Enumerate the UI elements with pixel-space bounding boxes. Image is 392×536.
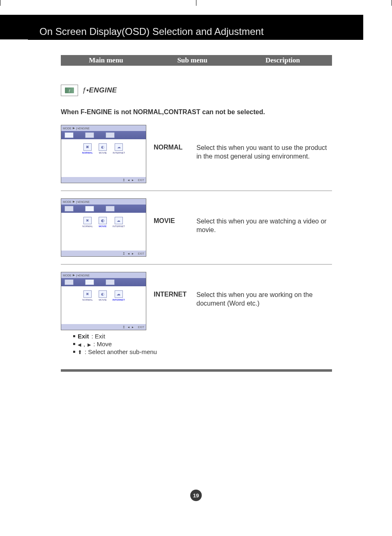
mode-desc-internet: Select this when you are working on the …: [196, 291, 332, 308]
mode-section-movie: MODE ▶ ƒ•ENGINE ✖NORMAL ◐MOVIE ☁INTERNET…: [61, 198, 332, 257]
page-title-row: On Screen Display(OSD) Selection and Adj…: [28, 23, 363, 40]
osd-opt-normal: ✖NORMAL: [82, 290, 93, 320]
left-icon: ◂: [128, 252, 129, 255]
page-number: 19: [193, 492, 199, 499]
osd-breadcrumb: MODE ▶ ƒ•ENGINE: [61, 272, 146, 278]
osd-opt-movie: ◐MOVIE: [99, 290, 107, 320]
table-header: Main menu Sub menu Description: [61, 55, 332, 66]
right-icon: ▸: [132, 178, 134, 182]
chevron-right-icon: ▶: [73, 274, 75, 277]
mode-desc-movie: Select this when you are watching a vide…: [196, 217, 332, 235]
section-divider: [61, 191, 332, 191]
osd-breadcrumb-engine: ƒ•ENGINE: [76, 274, 90, 277]
mode-name-movie: MOVIE: [154, 217, 189, 235]
mode-section-internet: MODE ▶ ƒ•ENGINE ✖NORMAL ◐MOVIE ☁INTERNET…: [61, 272, 332, 330]
triangle-left-icon: [78, 340, 81, 347]
osd-tab-2: [85, 132, 94, 138]
legend-move: , : Move: [73, 340, 332, 347]
page-title: On Screen Display(OSD) Selection and Adj…: [39, 26, 264, 37]
up-icon: ↥: [122, 325, 125, 329]
header-sub-menu: Sub menu: [151, 56, 233, 64]
content-area: Main menu Sub menu Description ƒ ENGINE …: [61, 55, 332, 372]
legend-exit-label: Exit: [78, 333, 89, 340]
mode-desc-normal: Select this when you want to use the pro…: [196, 144, 332, 161]
legend-submenu: : Select another sub-menu: [73, 348, 332, 355]
legend-exit-desc: : Exit: [92, 333, 105, 340]
right-icon: ▸: [132, 325, 134, 329]
legend-move-desc: : Move: [93, 340, 112, 347]
left-icon: ◂: [128, 178, 129, 182]
footer-divider: [61, 369, 332, 372]
page-number-badge: 19: [190, 490, 202, 501]
mode-name-internet: INTERNET: [154, 291, 189, 308]
osd-thumbnail-internet: MODE ▶ ƒ•ENGINE ✖NORMAL ◐MOVIE ☁INTERNET…: [61, 272, 146, 330]
legend-submenu-desc: : Select another sub-menu: [85, 348, 157, 355]
crop-marks: [0, 0, 392, 6]
osd-thumbnail-normal: MODE ▶ ƒ•ENGINE ✖NORMAL ◐MOVIE ☁INTERNET…: [61, 125, 146, 183]
osd-opt-internet: ☁INTERNET: [113, 143, 125, 173]
osd-tab-1: [65, 132, 74, 138]
osd-footer: ↥◂▸ EXIT: [61, 324, 146, 330]
osd-exit-label: EXIT: [138, 252, 144, 255]
mode-name-normal: NORMAL: [154, 144, 189, 161]
osd-opt-internet: ☁INTERNET: [113, 217, 125, 246]
osd-tab-2: [85, 206, 94, 212]
osd-breadcrumb-mode: MODE: [63, 127, 71, 130]
osd-footer: ↥◂▸ EXIT: [61, 177, 146, 183]
up-arrow-icon: [78, 348, 82, 355]
osd-tab-3: [106, 279, 115, 285]
up-icon: ↥: [122, 178, 125, 182]
header-main-menu: Main menu: [61, 56, 151, 64]
osd-thumbnail-movie: MODE ▶ ƒ•ENGINE ✖NORMAL ◐MOVIE ☁INTERNET…: [61, 198, 146, 257]
osd-opt-movie: ◐MOVIE: [99, 217, 107, 246]
right-icon: ▸: [132, 252, 134, 255]
osd-opt-movie: ◐MOVIE: [99, 143, 107, 173]
engine-note: When F-ENGINE is not NORMAL,CONTRAST can…: [61, 108, 332, 116]
legend: Exit : Exit , : Move : Select another su…: [73, 333, 332, 355]
osd-footer: ↥◂▸ EXIT: [61, 251, 146, 256]
osd-breadcrumb-mode: MODE: [63, 200, 71, 203]
comma: ,: [83, 340, 85, 347]
bullet-icon: [73, 343, 75, 345]
chevron-right-icon: ▶: [73, 200, 75, 203]
osd-tab-strip: [61, 205, 146, 213]
osd-breadcrumb-mode: MODE: [63, 274, 71, 277]
header-description: Description: [233, 56, 332, 64]
osd-breadcrumb-engine: ƒ•ENGINE: [76, 200, 90, 203]
osd-breadcrumb: MODE ▶ ƒ•ENGINE: [61, 199, 146, 205]
osd-opt-normal: ✖NORMAL: [82, 143, 93, 173]
osd-tab-3: [106, 132, 115, 138]
osd-exit-label: EXIT: [138, 326, 144, 329]
engine-label: ENGINE: [82, 86, 117, 94]
osd-tab-strip: [61, 278, 146, 286]
osd-tab-strip: [61, 131, 146, 139]
up-icon: ↥: [122, 252, 125, 255]
legend-exit: Exit : Exit: [73, 333, 332, 340]
osd-options: ✖NORMAL ◐MOVIE ☁INTERNET: [61, 213, 146, 251]
osd-opt-internet: ☁INTERNET: [113, 290, 125, 320]
osd-opt-normal: ✖NORMAL: [82, 217, 93, 246]
osd-tab-1: [65, 206, 74, 212]
bullet-icon: [73, 335, 75, 337]
osd-options: ✖NORMAL ◐MOVIE ☁INTERNET: [61, 286, 146, 324]
chevron-right-icon: ▶: [73, 127, 75, 130]
section-divider: [61, 264, 332, 265]
f-engine-icon: ƒ: [65, 87, 74, 93]
osd-breadcrumb: MODE ▶ ƒ•ENGINE: [61, 125, 146, 131]
engine-heading: ƒ ENGINE: [61, 85, 332, 96]
bullet-icon: [73, 351, 75, 353]
left-icon: ◂: [128, 325, 129, 329]
osd-tab-1: [65, 279, 74, 285]
osd-exit-label: EXIT: [138, 179, 144, 182]
osd-options: ✖NORMAL ◐MOVIE ☁INTERNET: [61, 139, 146, 177]
mode-section-normal: MODE ▶ ƒ•ENGINE ✖NORMAL ◐MOVIE ☁INTERNET…: [61, 125, 332, 183]
osd-breadcrumb-engine: ƒ•ENGINE: [76, 127, 90, 130]
osd-tab-2: [85, 279, 94, 285]
engine-icon-frame: ƒ: [61, 85, 78, 96]
triangle-right-icon: [88, 340, 91, 347]
osd-tab-3: [106, 206, 115, 212]
